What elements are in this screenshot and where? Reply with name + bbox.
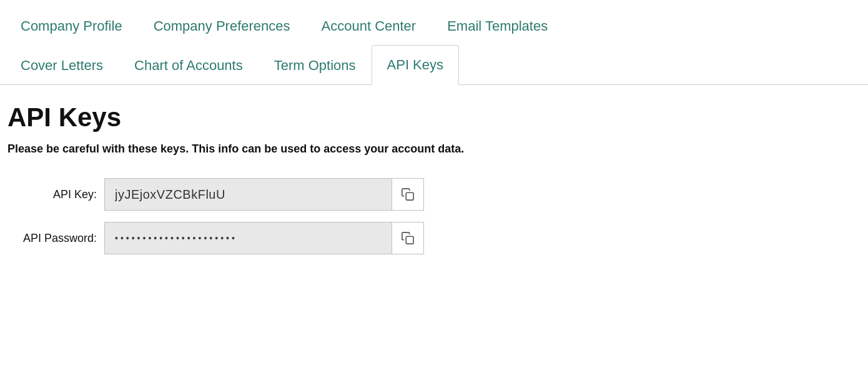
api-key-copy-button[interactable] [392,178,424,211]
tab-cover-letters[interactable]: Cover Letters [5,46,119,85]
tab-account-center[interactable]: Account Center [306,6,432,46]
navigation: Company Profile Company Preferences Acco… [0,0,868,85]
tab-term-options[interactable]: Term Options [259,46,372,85]
api-key-input[interactable] [104,178,392,211]
tab-chart-of-accounts[interactable]: Chart of Accounts [119,46,259,85]
tab-company-preferences[interactable]: Company Preferences [138,6,306,46]
api-key-label: API Key: [7,188,104,201]
api-key-row: API Key: [7,178,861,211]
api-password-input[interactable] [104,222,392,254]
nav-row-1: Company Profile Company Preferences Acco… [5,0,863,45]
warning-text: Please be careful with these keys. This … [7,142,861,156]
main-content: API Keys Please be careful with these ke… [0,85,868,291]
copy-icon [401,188,415,201]
api-password-copy-button[interactable] [392,222,424,254]
svg-rect-1 [406,236,413,244]
copy-password-icon [401,231,415,245]
page-title: API Keys [7,102,861,132]
api-password-input-wrapper [104,222,424,254]
api-key-input-wrapper [104,178,424,211]
nav-row-2: Cover Letters Chart of Accounts Term Opt… [5,45,863,84]
tab-company-profile[interactable]: Company Profile [5,6,138,46]
svg-rect-0 [406,192,413,200]
api-password-row: API Password: [7,222,861,254]
tab-api-keys[interactable]: API Keys [372,45,459,85]
api-password-label: API Password: [7,232,104,245]
tab-email-templates[interactable]: Email Templates [432,6,563,46]
